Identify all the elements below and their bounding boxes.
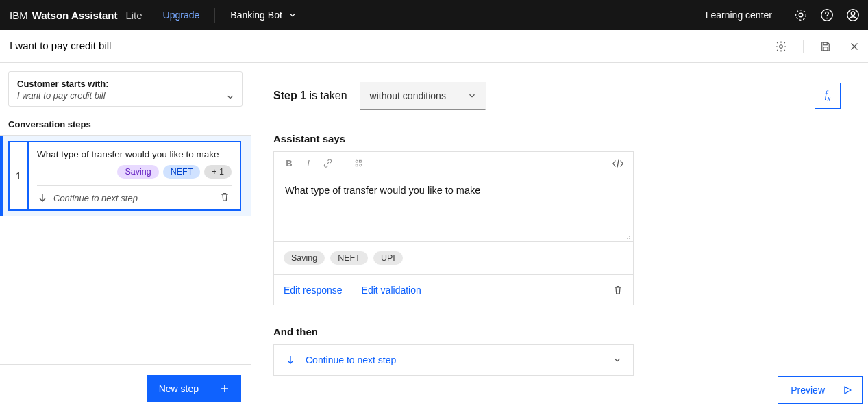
upgrade-link[interactable]: Upgrade xyxy=(163,10,200,21)
conversation-steps-label: Conversation steps xyxy=(0,115,251,136)
response-text-area[interactable]: What type of transfer would you like to … xyxy=(274,175,633,241)
svg-rect-7 xyxy=(823,42,827,45)
divider xyxy=(214,8,215,23)
plan-badge: Lite xyxy=(125,10,142,21)
play-icon xyxy=(843,385,852,395)
step-editor: Step 1 is taken without conditions fx As… xyxy=(251,63,868,412)
top-bar: IBM Watson Assistant Lite Upgrade Bankin… xyxy=(0,0,868,30)
svg-point-0 xyxy=(796,10,806,21)
step-question: What type of transfer would you like to … xyxy=(37,149,232,159)
resize-handle-icon[interactable] xyxy=(625,233,632,240)
response-actions-row: Edit response Edit validation xyxy=(273,275,634,305)
svg-point-6 xyxy=(780,44,783,48)
continue-label: Continue to next step xyxy=(53,193,214,203)
edit-validation-link[interactable]: Edit validation xyxy=(362,285,421,296)
svg-point-3 xyxy=(826,18,828,19)
editor-toolbar: B I xyxy=(274,152,633,175)
steps-list: 1 What type of transfer would you like t… xyxy=(0,136,251,364)
response-options-row: Saving NEFT UPI xyxy=(273,242,634,275)
action-title-input[interactable] xyxy=(8,36,227,55)
bold-button[interactable]: B xyxy=(281,155,297,172)
trash-icon xyxy=(612,285,623,296)
response-text: What type of transfer would you like to … xyxy=(285,185,480,196)
account-icon[interactable] xyxy=(843,5,863,25)
brand-prefix: IBM xyxy=(10,10,28,21)
svg-point-11 xyxy=(359,164,361,166)
customer-starts-example: I want to pay credit bill xyxy=(17,90,234,101)
variable-icon xyxy=(354,158,364,168)
svg-point-9 xyxy=(356,160,358,162)
step-row[interactable]: 1 What type of transfer would you like t… xyxy=(0,136,251,216)
svg-rect-10 xyxy=(359,160,361,162)
brand: IBM Watson Assistant Lite xyxy=(10,10,142,21)
sidebar-footer: New step xyxy=(0,364,251,412)
chevron-down-icon xyxy=(288,10,297,20)
option-pill: NEFT xyxy=(163,165,201,179)
brand-product: Watson Assistant xyxy=(32,10,118,21)
italic-button[interactable]: I xyxy=(300,155,317,172)
divider xyxy=(803,40,804,53)
svg-rect-12 xyxy=(356,164,358,166)
action-title-row xyxy=(0,30,868,63)
option-pill[interactable]: UPI xyxy=(373,251,403,265)
arrow-down-icon xyxy=(285,355,296,365)
step-taken-row: Step 1 is taken without conditions fx xyxy=(273,82,841,110)
new-step-label: New step xyxy=(159,383,199,394)
option-pill: Saving xyxy=(117,165,158,179)
whats-new-icon[interactable] xyxy=(791,5,810,25)
condition-select[interactable]: without conditions xyxy=(360,82,486,110)
insert-variable-button[interactable] xyxy=(350,155,367,172)
delete-step-button[interactable] xyxy=(219,192,232,204)
assistant-name: Banking Bot xyxy=(230,10,282,21)
and-then-select[interactable]: Continue to next step xyxy=(273,344,634,376)
chevron-down-icon xyxy=(612,355,622,365)
new-step-button[interactable]: New step xyxy=(147,375,241,402)
code-view-button[interactable] xyxy=(610,155,626,172)
assistant-select[interactable]: Banking Bot xyxy=(230,10,297,21)
preview-button[interactable]: Preview xyxy=(778,376,863,404)
and-then-value: Continue to next step xyxy=(306,355,603,365)
settings-icon[interactable] xyxy=(774,40,788,53)
option-pill[interactable]: NEFT xyxy=(330,251,368,265)
step-taken-label: Step 1 is taken xyxy=(273,90,347,102)
option-pill-more: + 1 xyxy=(204,165,232,179)
response-editor: B I What type of transfer would you like… xyxy=(273,151,634,242)
svg-rect-8 xyxy=(823,47,828,50)
step-continue-row: Continue to next step xyxy=(37,185,232,209)
arrow-down-icon xyxy=(37,192,48,203)
plus-icon xyxy=(219,383,230,394)
option-pill[interactable]: Saving xyxy=(284,251,325,265)
sidebar: Customer starts with: I want to pay cred… xyxy=(0,63,251,412)
preview-label: Preview xyxy=(791,385,825,396)
learning-center-link[interactable]: Learning center xyxy=(706,10,772,21)
customer-starts-card[interactable]: Customer starts with: I want to pay cred… xyxy=(8,71,243,107)
svg-point-5 xyxy=(851,12,855,15)
assistant-says-label: Assistant says xyxy=(273,133,841,144)
chevron-down-icon xyxy=(467,91,477,101)
link-icon xyxy=(323,158,333,168)
chevron-down-icon[interactable] xyxy=(225,92,235,102)
close-icon[interactable] xyxy=(847,40,861,53)
delete-response-button[interactable] xyxy=(612,285,623,296)
editor-body: Customer starts with: I want to pay cred… xyxy=(0,63,868,412)
edit-response-link[interactable]: Edit response xyxy=(284,285,343,296)
step-card: What type of transfer would you like to … xyxy=(27,141,241,211)
expression-button[interactable]: fx xyxy=(815,83,841,109)
step-pill-row: Saving NEFT + 1 xyxy=(37,165,232,179)
and-then-label: And then xyxy=(273,326,841,337)
help-icon[interactable] xyxy=(817,5,836,25)
svg-point-1 xyxy=(799,13,803,17)
condition-value: without conditions xyxy=(370,90,446,101)
code-icon xyxy=(612,159,624,168)
save-icon[interactable] xyxy=(819,40,832,53)
customer-starts-label: Customer starts with: xyxy=(17,79,234,89)
step-number: 1 xyxy=(8,141,27,211)
link-button[interactable] xyxy=(319,155,336,172)
